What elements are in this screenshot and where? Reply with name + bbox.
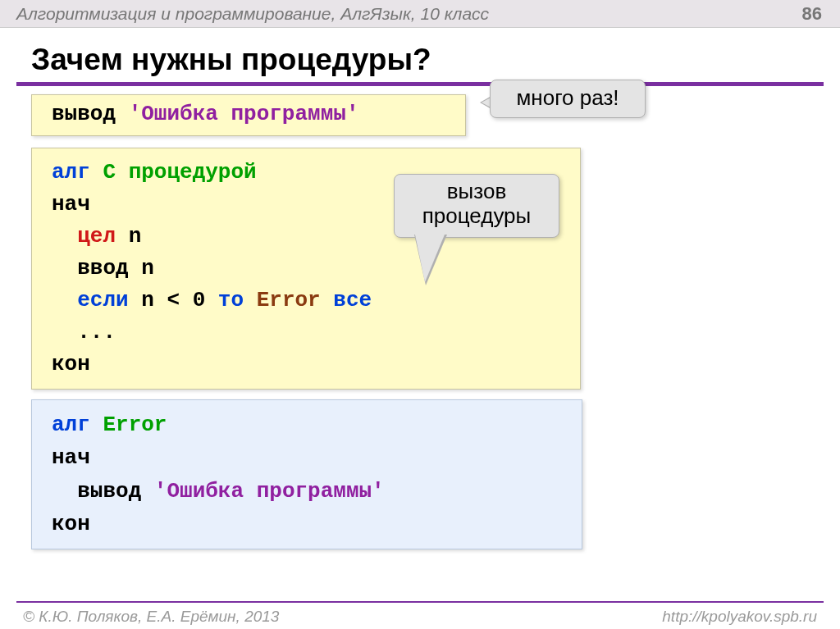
footer-url: http://kpolyakov.spb.ru xyxy=(662,608,817,626)
code-line: кон xyxy=(52,508,568,540)
header-title: Алгоритмизация и программирование, АлгЯз… xyxy=(16,4,489,24)
callout-many-times: много раз! xyxy=(490,80,646,118)
footer-copyright: © К.Ю. Поляков, Е.А. Ерёмин, 2013 xyxy=(23,608,279,626)
code-line: ввод n xyxy=(52,253,567,285)
code-block-output-error: вывод 'Ошибка программы' xyxy=(31,94,466,136)
callout-text: много раз! xyxy=(516,85,619,110)
page-number: 86 xyxy=(802,3,822,25)
code-line: вывод 'Ошибка программы' xyxy=(52,98,454,130)
slide-content: вывод 'Ошибка программы' алг С процедуро… xyxy=(0,94,840,549)
title-underline xyxy=(16,82,824,86)
code-line: вывод 'Ошибка программы' xyxy=(52,475,568,508)
callout-procedure-call: вызов процедуры xyxy=(394,174,559,238)
code-line: ... xyxy=(52,317,567,349)
code-line: кон xyxy=(52,349,567,381)
slide-header: Алгоритмизация и программирование, АлгЯз… xyxy=(0,0,840,28)
footer-divider xyxy=(16,601,824,603)
callout-text-line1: вызов xyxy=(447,179,506,203)
slide-footer: © К.Ю. Поляков, Е.А. Ерёмин, 2013 http:/… xyxy=(0,608,840,626)
code-line: если n < 0 то Error все xyxy=(52,285,567,317)
callout-text-line2: процедуры xyxy=(422,203,532,228)
code-line: нач xyxy=(52,441,568,474)
slide-title: Зачем нужны процедуры? xyxy=(31,43,840,77)
code-block-error-procedure: алг Error нач вывод 'Ошибка программы' к… xyxy=(31,399,582,549)
code-line: алг Error xyxy=(52,408,568,441)
